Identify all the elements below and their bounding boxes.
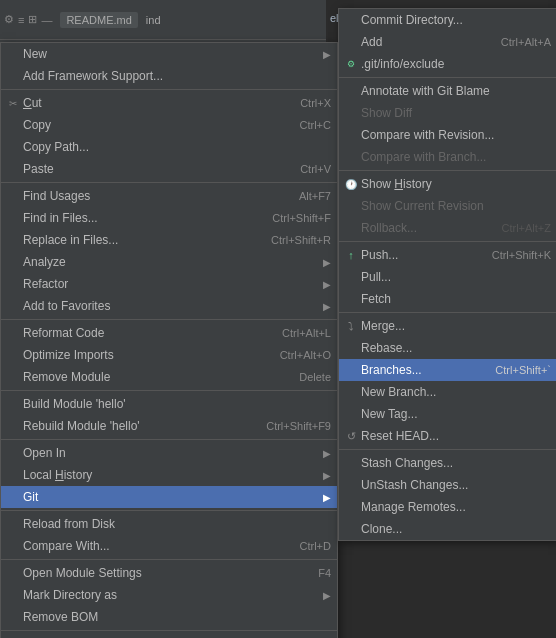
submenu-arrow: ▶	[323, 492, 331, 503]
git-divider-5	[339, 449, 556, 450]
merge-icon: ⤵	[343, 318, 359, 334]
divider-2	[1, 182, 337, 183]
git-menu-pull[interactable]: Pull...	[339, 266, 556, 288]
menu-item-compare-with[interactable]: Compare With... Ctrl+D	[1, 535, 337, 557]
divider-4	[1, 390, 337, 391]
git-menu-annotate[interactable]: Annotate with Git Blame	[339, 80, 556, 102]
tab-ind[interactable]: ind	[140, 12, 167, 28]
git-divider-1	[339, 77, 556, 78]
git-menu-clone[interactable]: Clone...	[339, 518, 556, 540]
git-menu-compare-revision[interactable]: Compare with Revision...	[339, 124, 556, 146]
menu-item-mark-directory[interactable]: Mark Directory as ▶	[1, 584, 337, 606]
submenu-arrow: ▶	[323, 590, 331, 601]
tab-readme[interactable]: README.md	[60, 12, 137, 28]
git-menu-fetch[interactable]: Fetch	[339, 288, 556, 310]
menu-item-new[interactable]: New ▶	[1, 43, 337, 65]
git-menu-rollback[interactable]: Rollback... Ctrl+Alt+Z	[339, 217, 556, 239]
divider-7	[1, 559, 337, 560]
submenu-arrow: ▶	[323, 279, 331, 290]
git-divider-4	[339, 312, 556, 313]
history-icon: 🕐	[343, 176, 359, 192]
menu-item-find-usages[interactable]: Find Usages Alt+F7	[1, 185, 337, 207]
submenu-arrow: ▶	[323, 470, 331, 481]
divider-3	[1, 319, 337, 320]
cut-icon: ✂	[5, 95, 21, 111]
git-menu-rebase[interactable]: Rebase...	[339, 337, 556, 359]
menu-item-build-hello[interactable]: Build Module 'hello'	[1, 393, 337, 415]
toolbar-icon: ⚙	[4, 13, 14, 26]
git-menu-gitinfo-exclude[interactable]: ⚙ .git/info/exclude	[339, 53, 556, 75]
menu-item-remove-module[interactable]: Remove Module Delete	[1, 366, 337, 388]
git-menu-merge[interactable]: ⤵ Merge...	[339, 315, 556, 337]
menu-item-reformat[interactable]: Reformat Code Ctrl+Alt+L	[1, 322, 337, 344]
menu-item-replace-in-files[interactable]: Replace in Files... Ctrl+Shift+R	[1, 229, 337, 251]
divider-6	[1, 510, 337, 511]
git-menu-manage-remotes[interactable]: Manage Remotes...	[339, 496, 556, 518]
git-menu-show-current-revision[interactable]: Show Current Revision	[339, 195, 556, 217]
menu-item-optimize[interactable]: Optimize Imports Ctrl+Alt+O	[1, 344, 337, 366]
push-icon: ↑	[343, 247, 359, 263]
git-menu-show-history[interactable]: 🕐 Show History	[339, 173, 556, 195]
menu-item-add-favorites[interactable]: Add to Favorites ▶	[1, 295, 337, 317]
git-menu-add[interactable]: Add Ctrl+Alt+A	[339, 31, 556, 53]
git-menu-reset-head[interactable]: ↺ Reset HEAD...	[339, 425, 556, 447]
git-menu-branches[interactable]: Branches... Ctrl+Shift+`	[339, 359, 556, 381]
main-context-menu: New ▶ Add Framework Support... ✂ Cut Ctr…	[0, 42, 338, 638]
divider-8	[1, 630, 337, 631]
git-divider-3	[339, 241, 556, 242]
divider-5	[1, 439, 337, 440]
git-menu-push[interactable]: ↑ Push... Ctrl+Shift+K	[339, 244, 556, 266]
menu-item-paste[interactable]: Paste Ctrl+V	[1, 158, 337, 180]
submenu-arrow: ▶	[323, 257, 331, 268]
git-menu-show-diff[interactable]: Show Diff	[339, 102, 556, 124]
git-menu-stash[interactable]: Stash Changes...	[339, 452, 556, 474]
git-submenu: Commit Directory... Add Ctrl+Alt+A ⚙ .gi…	[338, 8, 556, 541]
menu-item-diagrams[interactable]: Diagrams ▶	[1, 633, 337, 638]
menu-item-local-history[interactable]: Local History ▶	[1, 464, 337, 486]
menu-item-analyze[interactable]: Analyze ▶	[1, 251, 337, 273]
menu-item-copy[interactable]: Copy Ctrl+C	[1, 114, 337, 136]
submenu-arrow: ▶	[323, 448, 331, 459]
git-divider-2	[339, 170, 556, 171]
menu-item-remove-bom[interactable]: Remove BOM	[1, 606, 337, 628]
reset-icon: ↺	[343, 428, 359, 444]
menu-item-refactor[interactable]: Refactor ▶	[1, 273, 337, 295]
git-menu-commit-directory[interactable]: Commit Directory...	[339, 9, 556, 31]
git-menu-unstash[interactable]: UnStash Changes...	[339, 474, 556, 496]
menu-item-open-in[interactable]: Open In ▶	[1, 442, 337, 464]
menu-item-git[interactable]: Git ▶	[1, 486, 337, 508]
menu-item-add-framework[interactable]: Add Framework Support...	[1, 65, 337, 87]
menu-item-reload[interactable]: Reload from Disk	[1, 513, 337, 535]
git-menu-compare-branch[interactable]: Compare with Branch...	[339, 146, 556, 168]
toolbar-icon3: ⊞	[28, 13, 37, 26]
menu-item-find-in-files[interactable]: Find in Files... Ctrl+Shift+F	[1, 207, 337, 229]
menu-item-cut[interactable]: ✂ Cut Ctrl+X	[1, 92, 337, 114]
submenu-arrow: ▶	[323, 49, 331, 60]
menu-item-copy-path[interactable]: Copy Path...	[1, 136, 337, 158]
menu-item-open-module-settings[interactable]: Open Module Settings F4	[1, 562, 337, 584]
git-menu-new-tag[interactable]: New Tag...	[339, 403, 556, 425]
submenu-arrow: ▶	[323, 301, 331, 312]
menu-item-rebuild-hello[interactable]: Rebuild Module 'hello' Ctrl+Shift+F9	[1, 415, 337, 437]
toolbar-icon4: ―	[41, 14, 52, 26]
git-menu-new-branch[interactable]: New Branch...	[339, 381, 556, 403]
divider-1	[1, 89, 337, 90]
toolbar-icon2: ≡	[18, 14, 24, 26]
gitinfo-icon: ⚙	[343, 56, 359, 72]
